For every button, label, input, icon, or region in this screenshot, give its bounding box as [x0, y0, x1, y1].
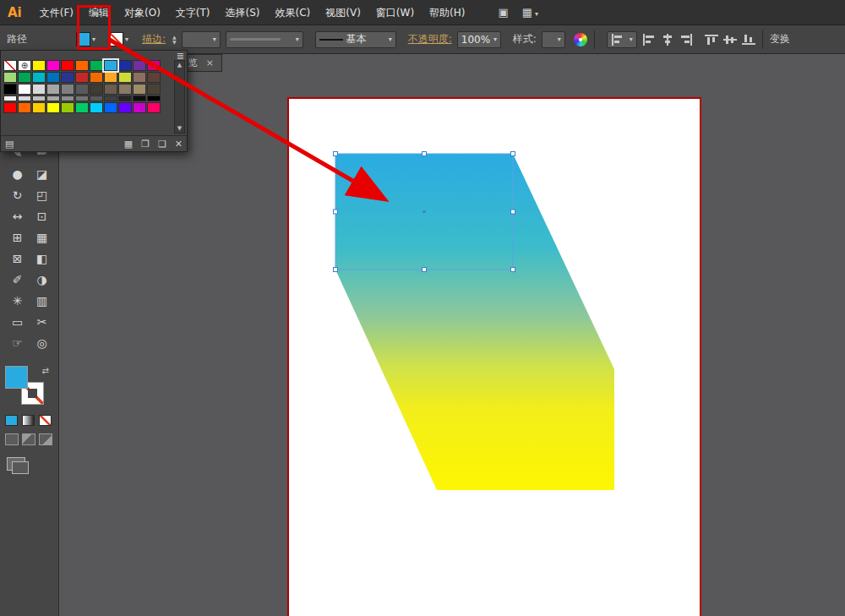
color-swatch[interactable]	[18, 84, 31, 95]
color-swatch[interactable]	[75, 102, 89, 113]
gradient-button[interactable]	[22, 415, 35, 426]
color-swatch[interactable]	[61, 102, 74, 113]
draw-normal-button[interactable]	[5, 433, 19, 445]
brush-definition-select[interactable]: 基本 ▾	[315, 31, 396, 48]
color-swatch[interactable]	[46, 95, 60, 101]
none-button[interactable]	[39, 415, 52, 426]
color-swatch[interactable]	[75, 72, 89, 83]
menu-item-0[interactable]: 文件(F)	[32, 0, 81, 25]
color-swatch[interactable]	[133, 95, 146, 101]
selection-handle[interactable]	[511, 268, 515, 272]
opacity-select[interactable]: 100%▾	[457, 31, 501, 48]
align-left-icon[interactable]	[642, 34, 656, 46]
color-swatch[interactable]	[32, 72, 46, 83]
delete-swatch-icon[interactable]: ✕	[175, 139, 183, 150]
selection-handle[interactable]	[334, 152, 338, 156]
fill-color-control[interactable]: ▾	[76, 32, 95, 46]
align-dropdown[interactable]: ▾	[607, 31, 637, 48]
color-swatch[interactable]	[18, 95, 31, 101]
selection-handle[interactable]	[334, 268, 338, 272]
color-swatch[interactable]	[46, 102, 60, 113]
menu-item-4[interactable]: 选择(S)	[218, 0, 268, 25]
zoom-tool[interactable]: ◎	[30, 332, 54, 353]
selection-handle[interactable]	[511, 210, 515, 214]
eyedropper-tool[interactable]: ✐	[5, 269, 30, 290]
shape-builder-tool[interactable]: ⊞	[5, 226, 30, 248]
screen-mode-button[interactable]	[7, 457, 25, 471]
hand-tool[interactable]: ☞	[5, 332, 30, 353]
new-color-group-icon[interactable]: ❐	[141, 139, 150, 150]
color-swatch[interactable]	[32, 60, 46, 71]
color-swatch[interactable]	[18, 102, 31, 113]
color-swatch[interactable]	[32, 95, 46, 101]
gradient-tool[interactable]: ◧	[30, 248, 54, 269]
color-swatch[interactable]	[104, 102, 117, 113]
color-swatch[interactable]	[61, 72, 74, 83]
swatch-libraries-icon[interactable]: ▤	[5, 139, 14, 150]
recolor-artwork-icon[interactable]	[574, 33, 587, 46]
color-swatch[interactable]	[18, 72, 31, 83]
scroll-down-icon[interactable]: ▼	[177, 125, 182, 132]
align-bottom-icon[interactable]	[742, 34, 755, 46]
fill-indicator[interactable]	[5, 366, 28, 389]
menu-item-5[interactable]: 效果(C)	[268, 0, 319, 25]
new-swatch-icon[interactable]: ❏	[158, 139, 166, 150]
mesh-tool[interactable]: ⊠	[5, 248, 30, 269]
free-transform-tool[interactable]: ⊡	[30, 205, 54, 226]
scale-tool[interactable]: ◰	[30, 184, 54, 205]
perspective-grid-tool[interactable]: ▦	[30, 226, 54, 248]
color-swatch[interactable]	[32, 84, 46, 95]
menu-item-8[interactable]: 帮助(H)	[422, 0, 472, 25]
slice-tool[interactable]: ✂	[30, 311, 54, 332]
width-tool[interactable]: ↔	[5, 205, 30, 226]
color-swatch[interactable]	[147, 84, 161, 95]
menu-item-7[interactable]: 窗口(W)	[368, 0, 422, 25]
color-swatch[interactable]	[3, 95, 17, 101]
color-swatch[interactable]	[133, 72, 146, 83]
stroke-weight-stepper[interactable]: ▲▼	[172, 35, 177, 45]
scroll-up-icon[interactable]: ▲	[177, 62, 182, 68]
color-swatch[interactable]	[61, 95, 74, 101]
color-swatch[interactable]	[147, 72, 161, 83]
color-swatch[interactable]	[133, 84, 146, 95]
blob-brush-tool[interactable]: ●	[5, 163, 30, 184]
draw-inside-button[interactable]	[39, 433, 52, 445]
color-swatch[interactable]	[46, 72, 60, 83]
fill-color-swatch[interactable]	[76, 32, 90, 46]
color-swatch[interactable]	[75, 84, 89, 95]
align-center-vertical-icon[interactable]	[723, 34, 737, 46]
color-swatch[interactable]	[61, 60, 74, 71]
selection-handle[interactable]	[334, 210, 338, 214]
color-swatch[interactable]	[3, 84, 17, 95]
go-to-bridge-icon[interactable]: ▣	[498, 6, 508, 19]
align-top-icon[interactable]	[705, 34, 718, 46]
color-swatch[interactable]	[3, 72, 17, 83]
selection-handle[interactable]	[422, 268, 427, 272]
color-swatch[interactable]	[147, 60, 161, 71]
blend-tool[interactable]: ◑	[30, 269, 54, 290]
arrange-documents-icon[interactable]: ▦▾	[522, 6, 538, 19]
color-swatch[interactable]	[147, 102, 161, 113]
stroke-color-swatch[interactable]	[109, 32, 123, 46]
transform-label[interactable]: 变换	[770, 32, 790, 46]
color-swatch[interactable]	[90, 60, 103, 71]
color-swatch[interactable]	[133, 102, 146, 113]
menu-item-3[interactable]: 文字(T)	[168, 0, 218, 25]
artboard-tool[interactable]: ▭	[5, 311, 30, 332]
symbol-sprayer-tool[interactable]: ✳	[5, 290, 30, 311]
close-icon[interactable]: ×	[206, 57, 214, 68]
opacity-label[interactable]: 不透明度:	[408, 32, 452, 46]
width-profile-select[interactable]: ▾	[226, 31, 303, 48]
color-swatch[interactable]	[147, 95, 161, 101]
swatch-none[interactable]	[3, 60, 17, 71]
stroke-color-control[interactable]: ▾	[109, 32, 128, 46]
color-swatch[interactable]	[118, 60, 132, 71]
color-swatch[interactable]	[118, 84, 132, 95]
rotate-tool[interactable]: ↻	[5, 184, 30, 205]
menu-item-6[interactable]: 视图(V)	[318, 0, 368, 25]
color-swatch[interactable]	[104, 84, 117, 95]
gradient-shape[interactable]	[335, 154, 614, 490]
color-swatch[interactable]	[104, 95, 117, 101]
menu-item-1[interactable]: 编辑	[81, 0, 117, 25]
stroke-label[interactable]: 描边:	[142, 32, 166, 46]
